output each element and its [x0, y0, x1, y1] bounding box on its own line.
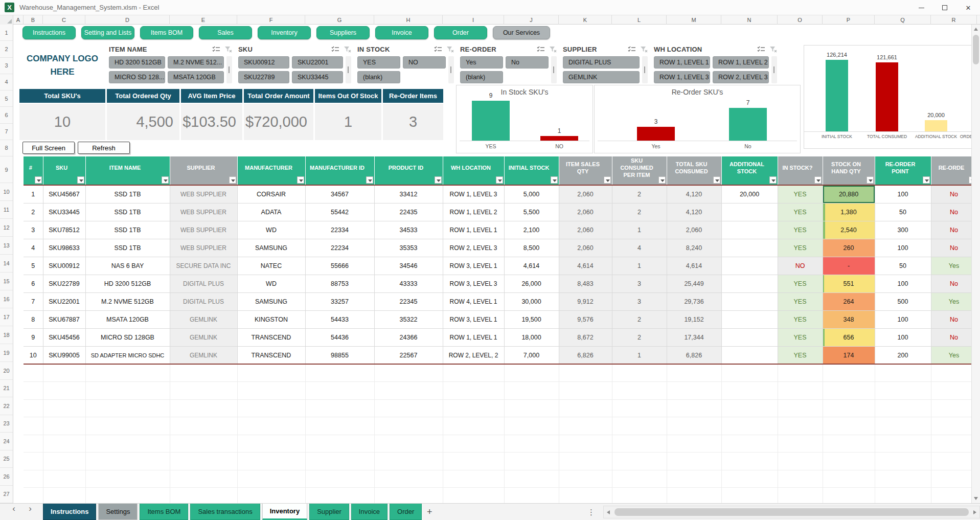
- cell-in_stock[interactable]: NO: [778, 257, 823, 275]
- cell-additional[interactable]: [721, 275, 778, 292]
- column-header-reorder_point[interactable]: RE-ORDER POINT: [875, 156, 931, 185]
- empty-cell[interactable]: [778, 470, 823, 488]
- row-number-24[interactable]: 24: [0, 433, 13, 450]
- cell-on_hand[interactable]: 1,380: [823, 203, 875, 221]
- filter-dropdown-icon[interactable]: [551, 176, 558, 184]
- cell-sales_qty[interactable]: 8,672: [559, 328, 612, 346]
- empty-cell[interactable]: [559, 488, 612, 503]
- empty-cell[interactable]: [85, 382, 170, 400]
- clear-filter-icon[interactable]: [446, 46, 454, 53]
- cell-num[interactable]: 6: [24, 275, 43, 292]
- multi-select-icon[interactable]: [212, 46, 220, 53]
- empty-cell[interactable]: [24, 417, 43, 435]
- cell-wh[interactable]: ROW 1, LEVEL 1: [443, 221, 504, 239]
- empty-cell[interactable]: [504, 417, 559, 435]
- slicer-scrollbar[interactable]: [771, 56, 777, 83]
- cell-manufacturer_id[interactable]: 54436: [305, 328, 374, 346]
- empty-cell[interactable]: [85, 417, 170, 435]
- cell-item[interactable]: MSATA 120GB: [85, 310, 170, 328]
- row-number-21[interactable]: 21: [0, 380, 13, 398]
- empty-cell[interactable]: [443, 453, 504, 470]
- empty-cell[interactable]: [667, 399, 721, 417]
- empty-cell[interactable]: [721, 470, 778, 488]
- clear-filter-icon[interactable]: [549, 46, 557, 53]
- cell-num[interactable]: 3: [24, 221, 43, 239]
- cell-consumed_per[interactable]: 2: [612, 310, 667, 328]
- empty-cell[interactable]: [875, 364, 931, 382]
- slicer-item-no[interactable]: NO: [403, 56, 446, 69]
- empty-cell[interactable]: [374, 470, 443, 488]
- empty-cell[interactable]: [778, 399, 823, 417]
- empty-cell[interactable]: [504, 435, 559, 453]
- empty-cell[interactable]: [504, 470, 559, 488]
- column-letter-G[interactable]: G: [305, 15, 374, 25]
- cell-initial[interactable]: 4,614: [504, 257, 559, 275]
- empty-cell[interactable]: [24, 382, 43, 400]
- empty-cell[interactable]: [875, 399, 931, 417]
- column-letter-H[interactable]: H: [374, 15, 443, 25]
- empty-cell[interactable]: [931, 399, 971, 417]
- filter-dropdown-icon[interactable]: [77, 176, 84, 184]
- slicer-item-row-1-level-2[interactable]: ROW 1, LEVEL 2: [713, 56, 769, 69]
- cell-sales_qty[interactable]: 2,060: [559, 203, 612, 221]
- cell-wh[interactable]: ROW 4, LEVEL 1: [443, 292, 504, 310]
- empty-cell[interactable]: [667, 435, 721, 453]
- cell-reorder[interactable]: Yes: [931, 292, 971, 310]
- cell-manufacturer_id[interactable]: 54433: [305, 310, 374, 328]
- empty-cell[interactable]: [443, 417, 504, 435]
- empty-cell[interactable]: [305, 417, 374, 435]
- cell-supplier[interactable]: GEMLINK: [170, 310, 237, 328]
- add-sheet-button[interactable]: +: [422, 504, 437, 520]
- slicer-scrollbar[interactable]: [642, 56, 648, 83]
- empty-cell[interactable]: [931, 488, 971, 503]
- column-header-sku[interactable]: SKU: [43, 156, 85, 185]
- scroll-right-arrow-icon[interactable]: [970, 506, 979, 518]
- cell-reorder[interactable]: No: [931, 239, 971, 257]
- empty-cell[interactable]: [612, 435, 667, 453]
- empty-cell[interactable]: [721, 488, 778, 503]
- filter-dropdown-icon[interactable]: [162, 176, 169, 184]
- cell-total_consumed[interactable]: 4,614: [667, 257, 721, 275]
- slicer-scrollbar[interactable]: [226, 56, 232, 83]
- cell-in_stock[interactable]: YES: [778, 275, 823, 292]
- cell-reorder_point[interactable]: 100: [875, 239, 931, 257]
- cell-on_hand[interactable]: 551: [823, 275, 875, 292]
- cell-consumed_per[interactable]: 4: [612, 239, 667, 257]
- cell-sales_qty[interactable]: 6,826: [559, 346, 612, 364]
- empty-cell[interactable]: [237, 453, 305, 470]
- empty-cell[interactable]: [504, 453, 559, 470]
- cell-additional[interactable]: [721, 257, 778, 275]
- slicer-scrollbar[interactable]: [448, 56, 454, 83]
- cell-product_id[interactable]: 24366: [374, 328, 443, 346]
- cell-item[interactable]: SSD 1TB: [85, 203, 170, 221]
- empty-cell[interactable]: [85, 453, 170, 470]
- empty-cell[interactable]: [170, 364, 237, 382]
- filter-dropdown-icon[interactable]: [35, 176, 42, 184]
- empty-cell[interactable]: [43, 488, 85, 503]
- empty-cell[interactable]: [612, 417, 667, 435]
- slicer-item-hd-3200-512gb[interactable]: HD 3200 512GB: [109, 56, 165, 69]
- empty-cell[interactable]: [24, 470, 43, 488]
- empty-cell[interactable]: [24, 453, 43, 470]
- slicer-item-yes[interactable]: Yes: [460, 56, 503, 69]
- slicer-item-sku33445[interactable]: SKU33445: [292, 71, 343, 83]
- empty-cell[interactable]: [237, 417, 305, 435]
- cell-sales_qty[interactable]: 2,060: [559, 239, 612, 257]
- cell-supplier[interactable]: WEB SUPPLIER: [170, 185, 237, 203]
- nav-button-suppliers[interactable]: Suppliers: [316, 26, 370, 39]
- filter-dropdown-icon[interactable]: [867, 176, 874, 184]
- slicer-item-micro-sd-128-[interactable]: MICRO SD 128...: [109, 71, 165, 83]
- sheet-tab-order[interactable]: Order: [390, 504, 422, 520]
- empty-cell[interactable]: [667, 470, 721, 488]
- slicer-item-row-1-level-1[interactable]: ROW 1, LEVEL 1: [654, 56, 710, 69]
- row-number-16[interactable]: 16: [0, 290, 13, 308]
- empty-cell[interactable]: [778, 417, 823, 435]
- cell-item[interactable]: HD 3200 512GB: [85, 275, 170, 292]
- slicer-item-row-1-level-3[interactable]: ROW 1, LEVEL 3: [654, 71, 710, 83]
- empty-cell[interactable]: [823, 382, 875, 400]
- slicer-item-sku22789[interactable]: SKU22789: [238, 71, 289, 83]
- cell-on_hand[interactable]: 20,880: [823, 185, 875, 203]
- empty-cell[interactable]: [374, 382, 443, 400]
- cell-manufacturer_id[interactable]: 22234: [305, 239, 374, 257]
- maximize-button[interactable]: [933, 0, 956, 15]
